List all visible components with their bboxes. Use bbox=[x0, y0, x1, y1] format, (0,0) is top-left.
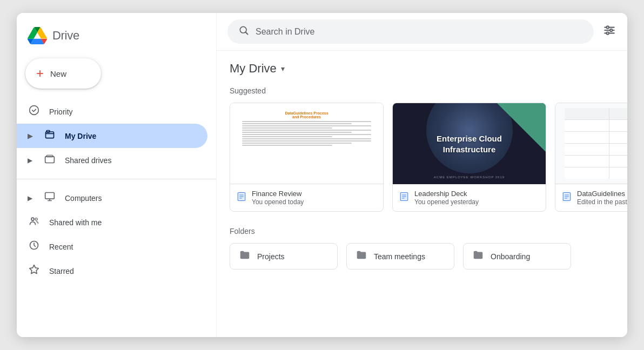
sidebar: Drive + New Priority ▶ bbox=[17, 13, 217, 337]
card-footer-leadership: Leadership Deck You opened yesterday bbox=[393, 184, 546, 211]
folder-item-projects[interactable]: Projects bbox=[230, 243, 338, 270]
expand-arrow-icon: ▶ bbox=[28, 132, 32, 140]
logo-area: Drive bbox=[17, 22, 216, 54]
card-info-leadership: Leadership Deck You opened yesterday bbox=[414, 190, 479, 206]
filter-icon[interactable] bbox=[602, 23, 616, 40]
header: Search in Drive bbox=[217, 13, 627, 51]
folders-label: Folders bbox=[230, 227, 614, 235]
folder-icon-team-meetings bbox=[355, 249, 367, 264]
card-footer-data-guidelines: DataGuidelines Edited in the past wee bbox=[555, 184, 627, 211]
doc-line bbox=[242, 145, 332, 146]
sidebar-item-computers[interactable]: ▶ Computers bbox=[17, 186, 207, 210]
doc-line bbox=[242, 130, 371, 131]
doc-line bbox=[242, 138, 371, 139]
data-guidelines-preview bbox=[555, 103, 627, 184]
folder-icon-projects bbox=[239, 249, 251, 264]
folder-item-onboarding[interactable]: Onboarding bbox=[463, 243, 571, 270]
svg-point-15 bbox=[607, 32, 609, 34]
doc-line bbox=[242, 134, 371, 135]
priority-icon bbox=[28, 105, 41, 118]
spreadsheet-grid bbox=[565, 108, 627, 179]
sidebar-item-priority-label: Priority bbox=[49, 107, 197, 116]
sidebar-item-computers-label: Computers bbox=[65, 194, 197, 203]
svg-point-0 bbox=[30, 106, 39, 115]
doc-line bbox=[242, 140, 371, 142]
leadership-filename: Leadership Deck bbox=[414, 190, 479, 198]
card-footer-finance: Finance Review You opened today bbox=[230, 184, 383, 211]
browser-window: Drive + New Priority ▶ bbox=[17, 13, 627, 337]
leadership-meta: You opened yesterday bbox=[414, 198, 479, 206]
svg-point-13 bbox=[607, 26, 609, 28]
svg-rect-2 bbox=[46, 131, 50, 132]
app-title: Drive bbox=[52, 29, 79, 43]
svg-point-14 bbox=[610, 29, 612, 31]
shared-with-me-icon bbox=[28, 216, 41, 229]
enterprise-title: Enterprise CloudInfrastructure bbox=[437, 133, 502, 154]
main-content: Search in Drive My Drive ▾ bbox=[217, 13, 627, 337]
plus-icon: + bbox=[36, 67, 44, 80]
doc-title: DataGuidelines Processand Procedures bbox=[242, 111, 371, 119]
folder-onboarding-label: Onboarding bbox=[491, 252, 530, 261]
sidebar-item-shared-drives-label: Shared drives bbox=[65, 156, 197, 165]
file-card-data-guidelines[interactable]: DataGuidelines Edited in the past wee bbox=[555, 103, 627, 212]
svg-point-7 bbox=[35, 218, 37, 220]
sidebar-item-shared-with-me[interactable]: Shared with me bbox=[17, 210, 207, 234]
doc-line bbox=[242, 132, 352, 133]
sidebar-item-priority[interactable]: Priority bbox=[17, 99, 207, 124]
content-area: My Drive ▾ Suggested DataGuidelines Proc… bbox=[217, 51, 627, 337]
doc-icon-data bbox=[562, 192, 572, 204]
data-filename: DataGuidelines bbox=[577, 190, 627, 198]
data-meta: Edited in the past wee bbox=[577, 198, 627, 206]
doc-line bbox=[242, 123, 352, 124]
section-header: My Drive ▾ bbox=[230, 62, 614, 76]
sidebar-item-shared-drives[interactable]: ▶ Shared drives bbox=[17, 148, 207, 172]
doc-line bbox=[242, 136, 332, 137]
doc-line bbox=[242, 127, 332, 129]
folder-team-meetings-label: Team meetings bbox=[374, 252, 425, 261]
file-card-finance-review[interactable]: DataGuidelines Processand Procedures bbox=[230, 103, 384, 212]
computers-icon bbox=[43, 191, 56, 205]
finance-filename: Finance Review bbox=[252, 190, 304, 198]
new-button[interactable]: + New bbox=[25, 58, 101, 89]
leadership-deck-preview: Enterprise CloudInfrastructure ACME EMPL… bbox=[393, 103, 546, 184]
folder-item-team-meetings[interactable]: Team meetings bbox=[346, 243, 454, 270]
sidebar-item-shared-with-me-label: Shared with me bbox=[49, 218, 197, 227]
finance-review-preview: DataGuidelines Processand Procedures bbox=[230, 103, 383, 184]
finance-meta: You opened today bbox=[252, 198, 304, 206]
card-info-data: DataGuidelines Edited in the past wee bbox=[577, 190, 627, 206]
suggested-label: Suggested bbox=[230, 86, 614, 95]
folder-projects-label: Projects bbox=[257, 252, 285, 261]
search-icon bbox=[238, 25, 249, 38]
doc-line bbox=[242, 121, 371, 122]
shared-drives-icon bbox=[43, 153, 56, 167]
folder-icon-onboarding bbox=[472, 249, 484, 264]
svg-rect-5 bbox=[45, 193, 55, 199]
enterprise-subtitle: ACME EMPLOYEE WORKSHOP 2019 bbox=[393, 176, 546, 179]
svg-point-6 bbox=[31, 218, 34, 220]
file-card-leadership-deck[interactable]: Enterprise CloudInfrastructure ACME EMPL… bbox=[392, 103, 546, 212]
folders-row: Projects Team meetings bbox=[230, 243, 614, 270]
doc-icon-leadership bbox=[399, 192, 409, 204]
expand-arrow-computers-icon: ▶ bbox=[28, 194, 32, 202]
search-bar[interactable]: Search in Drive bbox=[227, 19, 594, 44]
sidebar-item-my-drive[interactable]: ▶ My Drive bbox=[17, 124, 207, 148]
svg-rect-1 bbox=[46, 132, 54, 138]
sidebar-item-recent-label: Recent bbox=[49, 243, 197, 251]
recent-icon bbox=[28, 240, 41, 253]
card-info-finance: Finance Review You opened today bbox=[252, 190, 304, 206]
new-button-label: New bbox=[50, 69, 66, 78]
my-drive-icon bbox=[43, 129, 56, 143]
sidebar-item-my-drive-label: My Drive bbox=[65, 132, 197, 140]
starred-icon bbox=[28, 264, 41, 278]
doc-content: DataGuidelines Processand Procedures bbox=[238, 107, 375, 179]
sidebar-item-starred[interactable]: Starred bbox=[17, 259, 207, 283]
suggested-files-row: DataGuidelines Processand Procedures bbox=[230, 103, 614, 212]
expand-arrow-shared-icon: ▶ bbox=[28, 157, 32, 164]
doc-line bbox=[242, 143, 352, 144]
drive-logo-icon bbox=[28, 26, 47, 45]
sidebar-item-recent[interactable]: Recent bbox=[17, 234, 207, 259]
sidebar-item-starred-label: Starred bbox=[49, 267, 197, 275]
nav-divider bbox=[17, 179, 216, 179]
drive-dropdown-icon[interactable]: ▾ bbox=[281, 64, 285, 73]
svg-rect-3 bbox=[45, 157, 55, 163]
